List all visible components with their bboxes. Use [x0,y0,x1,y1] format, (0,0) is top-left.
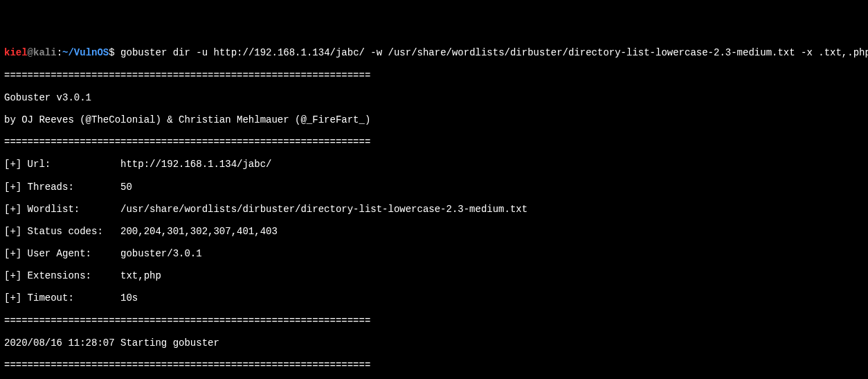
divider: ========================================… [4,136,864,148]
prompt-host: kali [33,47,57,58]
prompt-dollar: $ [109,47,120,58]
gobuster-authors: by OJ Reeves (@TheColonial) & Christian … [4,114,864,125]
divider: ========================================… [4,360,864,371]
config-extensions: [+] Extensions: txt,php [4,270,864,281]
gobuster-version: Gobuster v3.0.1 [4,92,864,103]
prompt-tilde: ~/ [62,47,74,58]
config-url: [+] Url: http://192.168.1.134/jabc/ [4,159,864,170]
config-wordlist: [+] Wordlist: /usr/share/wordlists/dirbu… [4,204,864,215]
config-status-codes: [+] Status codes: 200,204,301,302,307,40… [4,226,864,237]
starting-message: 2020/08/16 11:28:07 Starting gobuster [4,337,864,349]
prompt-at: @ [28,47,33,58]
divider: ========================================… [4,315,864,326]
prompt-colon: : [57,47,62,58]
prompt-line-1[interactable]: kiel@kali:~/VulnOS$ gobuster dir -u http… [4,47,864,58]
command-text: gobuster dir -u http://192.168.1.134/jab… [120,47,868,58]
config-timeout: [+] Timeout: 10s [4,292,864,303]
config-threads: [+] Threads: 50 [4,182,864,193]
config-user-agent: [+] User Agent: gobuster/3.0.1 [4,248,864,259]
divider: ========================================… [4,70,864,81]
prompt-path: VulnOS [74,47,109,58]
prompt-user: kiel [4,47,28,58]
